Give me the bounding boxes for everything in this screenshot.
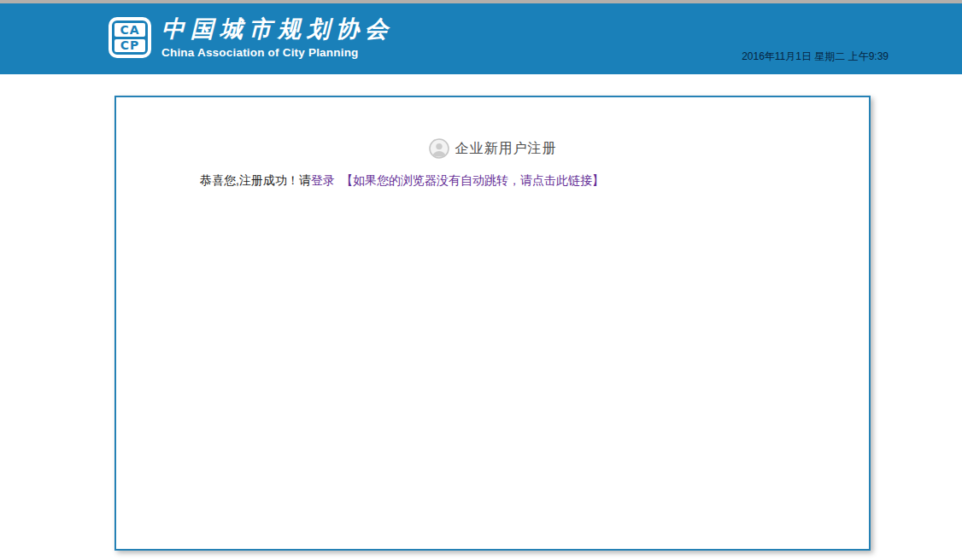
- org-name-en: China Association of City Planning: [161, 46, 394, 59]
- logo-letters-top: CA: [114, 23, 145, 37]
- login-link[interactable]: 登录: [311, 173, 335, 187]
- brand-text: 中国城市规划协会 China Association of City Plann…: [161, 16, 394, 59]
- page-title: 企业新用户注册: [455, 140, 557, 158]
- org-name-zh: 中国城市规划协会: [161, 16, 394, 42]
- site-header: CA CP 中国城市规划协会 China Association of City…: [0, 3, 962, 74]
- user-avatar-icon: [429, 138, 449, 159]
- logo-letters-bottom: CP: [114, 39, 145, 53]
- page-title-row: 企业新用户注册: [116, 138, 869, 159]
- content-panel: 企业新用户注册 恭喜您,注册成功！请登录【如果您的浏览器没有自动跳转，请点击此链…: [114, 96, 871, 551]
- success-message-text: 恭喜您,注册成功！请: [200, 173, 311, 187]
- datetime-display: 2016年11月1日 星期二 上午9:39: [742, 50, 889, 64]
- brand-link[interactable]: CA CP 中国城市规划协会 China Association of City…: [109, 16, 394, 59]
- success-message: 恭喜您,注册成功！请登录【如果您的浏览器没有自动跳转，请点击此链接】: [200, 173, 604, 189]
- redirect-link[interactable]: 【如果您的浏览器没有自动跳转，请点击此链接】: [341, 173, 604, 187]
- page: CA CP 中国城市规划协会 China Association of City…: [0, 0, 962, 560]
- cacp-logo-icon: CA CP: [109, 17, 151, 58]
